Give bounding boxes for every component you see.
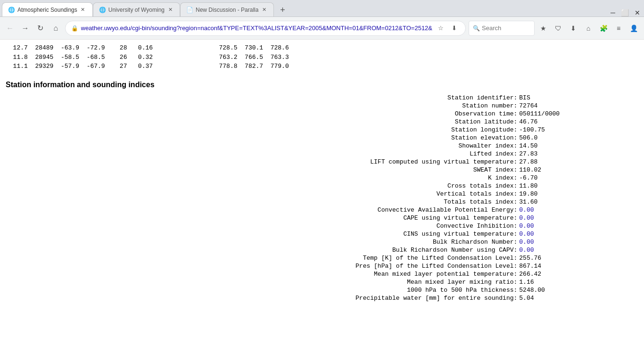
station-info-label: CAPE using virtual temperature: bbox=[6, 214, 519, 222]
station-info-value: 0.00 bbox=[519, 246, 638, 254]
station-info-row: Station latitude: 46.76 bbox=[6, 118, 638, 126]
tab-close-1[interactable]: ✕ bbox=[79, 6, 87, 14]
station-info-row: Mean mixed layer mixing ratio: 1.16 bbox=[6, 278, 638, 286]
station-info-value: 19.80 bbox=[519, 190, 638, 198]
station-info-label: Cross totals index: bbox=[6, 182, 519, 190]
station-info-row: Observation time: 050111/0000 bbox=[6, 110, 638, 118]
station-info-value: 050111/0000 bbox=[519, 110, 638, 118]
tab-label-3: New Discussion - Paralla bbox=[196, 7, 258, 13]
station-info-value: 0.00 bbox=[519, 214, 638, 222]
station-info-value: -100.75 bbox=[519, 126, 638, 134]
maximize-button[interactable]: ⬜ bbox=[621, 9, 629, 16]
tab-university-of-wyoming[interactable]: 🌐 University of Wyoming ✕ bbox=[93, 2, 180, 16]
station-info-value: 266.42 bbox=[519, 270, 638, 278]
station-info-label: Station identifier: bbox=[6, 94, 519, 102]
station-info-value: 506.0 bbox=[519, 134, 638, 142]
tab-close-2[interactable]: ✕ bbox=[166, 6, 174, 14]
page-content: 12.7 28489 -63.9 -72.9 28 0.16 728.5 730… bbox=[0, 40, 644, 362]
menu-icon[interactable]: ≡ bbox=[612, 22, 625, 35]
station-info-value: 1.16 bbox=[519, 278, 638, 286]
tab-label-1: Atmospheric Soundings bbox=[17, 7, 77, 13]
station-info-row: Showalter index: 14.50 bbox=[6, 142, 638, 150]
station-info-value: 0.00 bbox=[519, 222, 638, 230]
station-info-value: 867.14 bbox=[519, 262, 638, 270]
station-info-label: Vertical totals index: bbox=[6, 190, 519, 198]
station-info-label: Showalter index: bbox=[6, 142, 519, 150]
station-info-label: Station elevation: bbox=[6, 134, 519, 142]
search-box[interactable]: 🔍 bbox=[469, 21, 535, 36]
minimize-button[interactable]: ─ bbox=[611, 9, 615, 16]
extensions-icon[interactable]: 🧩 bbox=[597, 22, 610, 35]
station-info-row: Convective Available Potential Energy: 0… bbox=[6, 206, 638, 214]
home-button[interactable]: ⌂ bbox=[50, 22, 62, 35]
new-tab-button[interactable]: + bbox=[276, 3, 289, 16]
station-info-label: Station longitude: bbox=[6, 126, 519, 134]
search-icon: 🔍 bbox=[473, 25, 480, 32]
pocket-icon[interactable]: ⬇ bbox=[448, 23, 460, 34]
back-button[interactable]: ← bbox=[4, 22, 16, 35]
station-info-label: Bulk Richardson Number using CAPV: bbox=[6, 246, 519, 254]
station-info-row: SWEAT index: 110.02 bbox=[6, 166, 638, 174]
url-text: weather.uwyo.edu/cgi-bin/sounding?region… bbox=[81, 25, 433, 32]
station-info-label: Observation time: bbox=[6, 110, 519, 118]
station-info-row: K index: -6.70 bbox=[6, 174, 638, 182]
station-info-value: 31.60 bbox=[519, 198, 638, 206]
station-info-table: Station identifier: BISStation number: 7… bbox=[6, 94, 638, 302]
address-bar: ← → ↻ ⌂ 🔒 weather.uwyo.edu/cgi-bin/sound… bbox=[0, 17, 644, 40]
station-info-label: Totals totals index: bbox=[6, 198, 519, 206]
station-info-value: 110.02 bbox=[519, 166, 638, 174]
section-title: Station information and sounding indices bbox=[6, 81, 638, 89]
station-info-row: Vertical totals index: 19.80 bbox=[6, 190, 638, 198]
station-info-label: Mean mixed layer mixing ratio: bbox=[6, 278, 519, 286]
station-info-label: Lifted index: bbox=[6, 150, 519, 158]
forward-button[interactable]: → bbox=[19, 22, 31, 35]
tab-new-discussion[interactable]: 📄 New Discussion - Paralla ✕ bbox=[180, 2, 274, 16]
station-info-value: 0.00 bbox=[519, 206, 638, 214]
station-info-row: Mean mixed layer potential temperature: … bbox=[6, 270, 638, 278]
station-info-value: 0.00 bbox=[519, 230, 638, 238]
tab-favicon-2: 🌐 bbox=[99, 7, 106, 13]
station-info-row: Temp [K] of the Lifted Condensation Leve… bbox=[6, 254, 638, 262]
station-info-label: Convective Available Potential Energy: bbox=[6, 206, 519, 214]
station-info-label: Precipitable water [mm] for entire sound… bbox=[6, 294, 519, 302]
station-info-value: 46.76 bbox=[519, 118, 638, 126]
station-info-label: Bulk Richardson Number: bbox=[6, 238, 519, 246]
station-info-row: 1000 hPa to 500 hPa thickness: 5248.00 bbox=[6, 286, 638, 294]
station-info-value: 14.50 bbox=[519, 142, 638, 150]
station-info-row: Bulk Richardson Number using CAPV: 0.00 bbox=[6, 246, 638, 254]
station-info-row: CINS using virtual temperature: 0.00 bbox=[6, 230, 638, 238]
station-info-label: SWEAT index: bbox=[6, 166, 519, 174]
station-info-row: Station number: 72764 bbox=[6, 102, 638, 110]
station-info-value: 0.00 bbox=[519, 238, 638, 246]
url-bar[interactable]: 🔒 weather.uwyo.edu/cgi-bin/sounding?regi… bbox=[65, 21, 466, 36]
ssl-lock-icon: 🔒 bbox=[71, 25, 78, 32]
download-icon[interactable]: ⬇ bbox=[567, 22, 580, 35]
tab-close-3[interactable]: ✕ bbox=[260, 6, 268, 14]
station-info-label: CINS using virtual temperature: bbox=[6, 230, 519, 238]
station-info-row: LIFT computed using virtual temperature:… bbox=[6, 158, 638, 166]
station-info-label: Convective Inhibition: bbox=[6, 222, 519, 230]
browser-frame: 🌐 Atmospheric Soundings ✕ 🌐 University o… bbox=[0, 0, 644, 362]
shield-icon[interactable]: 🛡 bbox=[552, 22, 565, 35]
station-info-row: Lifted index: 27.83 bbox=[6, 150, 638, 158]
tab-label-2: University of Wyoming bbox=[108, 7, 165, 13]
home-nav-icon[interactable]: ⌂ bbox=[582, 22, 595, 35]
station-info-value: -6.70 bbox=[519, 174, 638, 182]
station-info-label: 1000 hPa to 500 hPa thickness: bbox=[6, 286, 519, 294]
window-controls: ─ ⬜ ✕ bbox=[611, 9, 644, 16]
bookmark-star-icon[interactable]: ☆ bbox=[435, 23, 446, 34]
close-window-button[interactable]: ✕ bbox=[635, 9, 640, 16]
station-info-row: Station identifier: BIS bbox=[6, 94, 638, 102]
station-info-label: Mean mixed layer potential temperature: bbox=[6, 270, 519, 278]
station-info-label: LIFT computed using virtual temperature: bbox=[6, 158, 519, 166]
profile-icon[interactable]: 👤 bbox=[627, 22, 640, 35]
tab-atmospheric-soundings[interactable]: 🌐 Atmospheric Soundings ✕ bbox=[2, 2, 93, 16]
station-info-value: 11.80 bbox=[519, 182, 638, 190]
refresh-button[interactable]: ↻ bbox=[34, 22, 47, 35]
station-info-value: 72764 bbox=[519, 102, 638, 110]
station-info-row: Bulk Richardson Number: 0.00 bbox=[6, 238, 638, 246]
station-info-label: K index: bbox=[6, 174, 519, 182]
station-info-row: Totals totals index: 31.60 bbox=[6, 198, 638, 206]
search-input[interactable] bbox=[482, 25, 529, 32]
favorites-icon[interactable]: ★ bbox=[537, 22, 550, 35]
